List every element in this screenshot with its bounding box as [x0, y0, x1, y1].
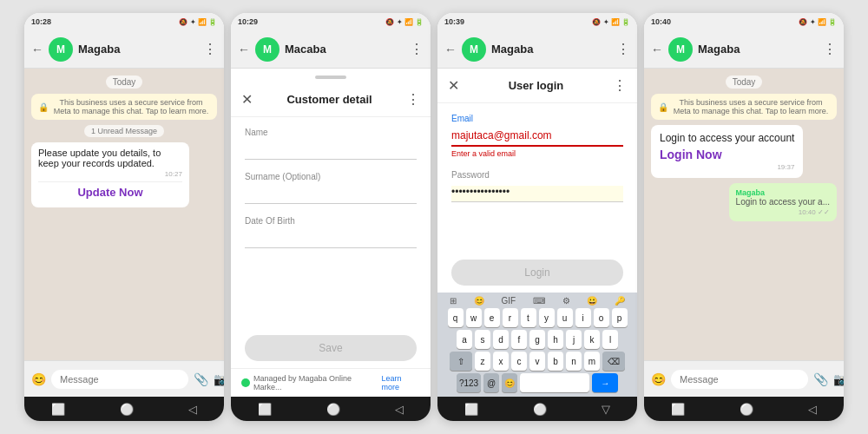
- back-button-4[interactable]: ←: [651, 43, 663, 56]
- learn-more-link[interactable]: Learn more: [381, 374, 420, 391]
- key-w[interactable]: w: [466, 308, 482, 327]
- status-bar-3: 10:39 🔕 ✦ 📶 🔋: [437, 13, 637, 30]
- key-d[interactable]: d: [493, 330, 509, 349]
- more-options-3[interactable]: ⋮: [616, 41, 630, 57]
- nav-square-3[interactable]: ⬜: [464, 403, 478, 416]
- more-options-2[interactable]: ⋮: [410, 41, 424, 57]
- key-p[interactable]: p: [612, 308, 628, 327]
- modal-title-2: Customer detail: [286, 93, 372, 106]
- back-button-1[interactable]: ←: [31, 43, 43, 56]
- contact-name-1: Magaba: [78, 43, 198, 56]
- back-button-3[interactable]: ←: [444, 43, 457, 56]
- key-h[interactable]: h: [548, 330, 563, 349]
- login-button[interactable]: Login: [451, 260, 623, 286]
- nav-circle-4[interactable]: ⚪: [740, 403, 753, 416]
- key-i[interactable]: i: [575, 308, 591, 327]
- kb-keyboard-icon[interactable]: ⌨: [533, 296, 545, 306]
- key-e[interactable]: e: [484, 308, 500, 327]
- key-v[interactable]: v: [529, 352, 545, 371]
- avatar-4: M: [668, 37, 693, 62]
- input-bar-4: 😊 📎 📷 🎤: [644, 360, 844, 397]
- time-3: 10:39: [444, 17, 464, 26]
- nav-circle-3[interactable]: ⚪: [533, 403, 547, 416]
- key-emoji[interactable]: 😊: [502, 373, 517, 392]
- key-n[interactable]: n: [566, 352, 582, 371]
- save-button[interactable]: Save: [245, 335, 417, 361]
- key-s[interactable]: s: [475, 330, 490, 349]
- key-numbers[interactable]: ?123: [457, 373, 481, 392]
- emoji-icon-4[interactable]: 😊: [651, 372, 666, 386]
- status-icons-2: 🔕 ✦ 📶 🔋: [385, 18, 424, 26]
- kb-grid-icon[interactable]: ⊞: [450, 296, 457, 306]
- key-m[interactable]: m: [584, 352, 600, 371]
- key-shift[interactable]: ⇧: [450, 352, 472, 371]
- camera-icon-4[interactable]: 📷: [833, 372, 844, 386]
- surname-input[interactable]: [245, 187, 417, 204]
- nav-back-2[interactable]: ◁: [395, 403, 404, 416]
- name-input[interactable]: [245, 143, 417, 160]
- nav-bar-1: ⬜ ⚪ ◁: [24, 397, 224, 421]
- key-r[interactable]: r: [503, 308, 518, 327]
- key-backspace[interactable]: ⌫: [602, 352, 625, 371]
- key-j[interactable]: j: [566, 330, 582, 349]
- nav-circle-1[interactable]: ⚪: [120, 403, 134, 416]
- kb-settings-icon[interactable]: ⚙: [562, 296, 570, 306]
- phone-4: 10:40 🔕 ✦ 📶 🔋 ← M Magaba ⋮ Today 🔒 This …: [644, 13, 844, 421]
- nav-back-4[interactable]: ◁: [808, 403, 817, 416]
- key-q[interactable]: q: [448, 308, 464, 327]
- time-4: 10:40: [651, 17, 671, 26]
- key-x[interactable]: x: [493, 352, 509, 371]
- status-bar-4: 10:40 🔕 ✦ 📶 🔋: [644, 13, 844, 30]
- key-z[interactable]: z: [475, 352, 490, 371]
- kb-key-icon[interactable]: 🔑: [615, 296, 625, 306]
- more-options-4[interactable]: ⋮: [823, 41, 837, 57]
- key-a[interactable]: a: [457, 330, 472, 349]
- key-c[interactable]: c: [511, 352, 527, 371]
- back-button-2[interactable]: ←: [238, 43, 250, 56]
- nav-back-3[interactable]: ▽: [602, 403, 610, 416]
- update-now-button[interactable]: Update Now: [38, 181, 182, 202]
- key-u[interactable]: u: [557, 308, 573, 327]
- key-f[interactable]: f: [511, 330, 527, 349]
- nav-square-1[interactable]: ⬜: [51, 403, 65, 416]
- message-input-1[interactable]: [51, 370, 188, 389]
- key-t[interactable]: t: [521, 308, 536, 327]
- kb-emoji2-icon[interactable]: 😀: [587, 296, 597, 306]
- login-now-button[interactable]: Login Now: [660, 148, 794, 161]
- key-y[interactable]: y: [539, 308, 555, 327]
- name-field: Name: [245, 128, 417, 160]
- form-body-2: Name Surname (Optional) Date Of Birth: [231, 117, 431, 335]
- emoji-icon-1[interactable]: 😊: [31, 372, 46, 386]
- dob-input[interactable]: [245, 232, 417, 248]
- more-options-1[interactable]: ⋮: [203, 41, 217, 57]
- attach-icon-4[interactable]: 📎: [813, 372, 828, 386]
- nav-square-4[interactable]: ⬜: [671, 403, 685, 416]
- key-g[interactable]: g: [529, 330, 545, 349]
- key-k[interactable]: k: [584, 330, 600, 349]
- keyboard-3: ⊞ 😊 GIF ⌨ ⚙ 😀 🔑 q w e r t y u i o p: [437, 293, 637, 397]
- key-enter[interactable]: →: [592, 373, 618, 392]
- status-bar-2: 10:29 🔕 ✦ 📶 🔋: [231, 13, 431, 30]
- close-button-3[interactable]: ✕: [448, 77, 459, 94]
- attach-icon-1[interactable]: 📎: [194, 372, 208, 386]
- login-message: Login to access your account Login Now 1…: [651, 125, 803, 178]
- sent-preview-text: Login to access your a...: [736, 197, 830, 207]
- key-space[interactable]: [520, 373, 589, 392]
- modal-more-3[interactable]: ⋮: [613, 77, 627, 94]
- nav-square-2[interactable]: ⬜: [258, 403, 272, 416]
- key-l[interactable]: l: [602, 330, 618, 349]
- key-o[interactable]: o: [594, 308, 609, 327]
- email-input[interactable]: [451, 129, 623, 147]
- modal-more-2[interactable]: ⋮: [406, 91, 420, 108]
- password-input[interactable]: [451, 186, 623, 202]
- kb-gif-icon[interactable]: GIF: [501, 296, 516, 306]
- nav-circle-2[interactable]: ⚪: [326, 403, 340, 416]
- nav-back-1[interactable]: ◁: [188, 403, 197, 416]
- modal-divider-2: [315, 76, 346, 79]
- kb-emoji1-icon[interactable]: 😊: [474, 296, 484, 306]
- message-input-4[interactable]: [671, 370, 808, 389]
- close-button-2[interactable]: ✕: [241, 91, 253, 108]
- key-at[interactable]: @: [483, 373, 499, 392]
- camera-icon-1[interactable]: 📷: [214, 372, 224, 386]
- key-b[interactable]: b: [548, 352, 563, 371]
